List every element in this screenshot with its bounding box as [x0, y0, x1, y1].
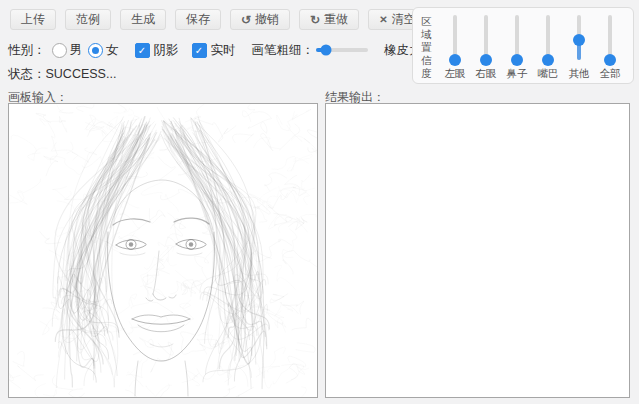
slider-thumb[interactable]: [321, 45, 332, 56]
confidence-sliders: 左眼 右眼 鼻子 嘴巴 其他 全部: [439, 13, 626, 81]
slider-track[interactable]: [546, 15, 550, 60]
clear-icon: ✕: [379, 15, 387, 25]
slider-track[interactable]: [453, 15, 457, 60]
undo-button-label: 撤销: [255, 11, 279, 28]
undo-button[interactable]: ↺ 撤销: [230, 9, 290, 30]
radio-dot: [56, 47, 63, 54]
examples-button-label: 范例: [76, 11, 100, 28]
status-value: SUCCESS...: [46, 67, 117, 81]
upload-button[interactable]: 上传: [10, 9, 56, 30]
face-sketch-app: 上传 范例 生成 保存 ↺ 撤销 ↻ 重做 ✕ 清空 画笔 橡皮 性别: [0, 0, 639, 404]
upload-button-label: 上传: [21, 11, 45, 28]
confidence-slider-nose[interactable]: 鼻子: [503, 13, 531, 81]
confidence-slider-right-eye[interactable]: 右眼: [472, 13, 500, 81]
confidence-slider-all[interactable]: 全部: [596, 13, 624, 81]
generate-button[interactable]: 生成: [120, 9, 166, 30]
slider-label: 其他: [569, 67, 590, 81]
save-button-label: 保存: [186, 11, 210, 28]
redo-icon: ↻: [310, 14, 320, 26]
save-button[interactable]: 保存: [175, 9, 221, 30]
slider-thumb[interactable]: [480, 54, 492, 66]
slider-track[interactable]: [484, 15, 488, 60]
gender-label: 性别：: [8, 42, 46, 59]
face-sketch-image: [9, 104, 317, 397]
slider-label: 嘴巴: [538, 67, 559, 81]
region-confidence-panel: 区域置信度 左眼 右眼 鼻子 嘴巴 其他: [412, 7, 634, 84]
slider-thumb[interactable]: [449, 54, 461, 66]
slider-track[interactable]: [577, 15, 581, 60]
slider-label: 右眼: [476, 67, 497, 81]
drawing-canvas[interactable]: [8, 103, 318, 398]
radio-dot: [92, 47, 99, 54]
brush-size-slider[interactable]: [316, 43, 368, 57]
shadow-checkbox[interactable]: ✓: [135, 43, 150, 58]
gender-male-radio[interactable]: [52, 43, 67, 58]
generate-button-label: 生成: [131, 11, 155, 28]
slider-label: 全部: [600, 67, 621, 81]
gender-male-label: 男: [70, 42, 83, 59]
redo-button-label: 重做: [324, 11, 348, 28]
status-row: 状态：SUCCESS...: [8, 66, 116, 83]
realtime-checkbox-label: 实时: [211, 42, 236, 59]
confidence-slider-other[interactable]: 其他: [565, 13, 593, 81]
realtime-checkbox[interactable]: ✓: [192, 43, 207, 58]
shadow-checkbox-label: 阴影: [154, 42, 179, 59]
check-icon: ✓: [138, 45, 146, 56]
slider-thumb[interactable]: [604, 54, 616, 66]
gender-female-radio[interactable]: [88, 43, 103, 58]
slider-label: 左眼: [445, 67, 466, 81]
status-label: 状态：: [8, 67, 46, 81]
brush-size-label: 画笔粗细：: [252, 42, 315, 59]
redo-button[interactable]: ↻ 重做: [299, 9, 359, 30]
check-icon: ✓: [195, 45, 203, 56]
undo-icon: ↺: [241, 14, 251, 26]
region-confidence-title: 区域置信度: [421, 15, 434, 81]
confidence-slider-left-eye[interactable]: 左眼: [441, 13, 469, 81]
result-canvas: [325, 103, 630, 398]
slider-label: 鼻子: [507, 67, 528, 81]
slider-thumb[interactable]: [573, 34, 585, 46]
gender-female-label: 女: [106, 42, 119, 59]
confidence-slider-mouth[interactable]: 嘴巴: [534, 13, 562, 81]
slider-track[interactable]: [608, 15, 612, 60]
slider-thumb[interactable]: [511, 54, 523, 66]
slider-thumb[interactable]: [542, 54, 554, 66]
examples-button[interactable]: 范例: [65, 9, 111, 30]
slider-track[interactable]: [515, 15, 519, 60]
